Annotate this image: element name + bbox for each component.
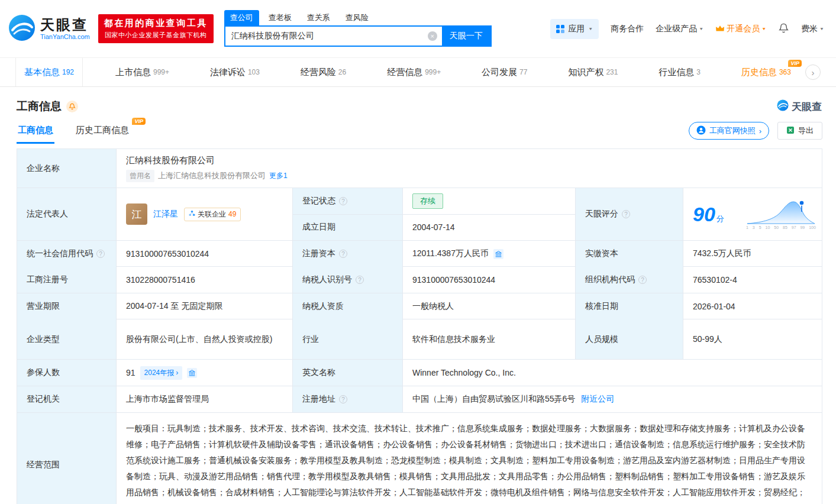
menu-enterprise-products[interactable]: 企业级产品 ▼ [656,24,703,34]
tab-intellectual-property[interactable]: 知识产权 231 [560,58,626,86]
capital-trend-icon[interactable] [493,249,503,259]
tab-label: 上市信息 [115,67,151,78]
info-row-business-term: 营业期限 2004-07-14 至 无固定期限 纳税人资质 一般纳税人 核准日期… [17,293,822,319]
tab-label: 历史信息 [741,67,777,78]
tab-operation-info[interactable]: 经营信息 999+ [379,58,449,86]
subtab-label: 历史工商信息 [76,125,129,135]
legal-rep-avatar[interactable]: 江 [126,203,147,225]
watermark-logo: 天眼查 [777,99,822,114]
tab-label: 公司发展 [482,67,517,78]
tab-count: 999+ [425,68,441,76]
paid-capital-value: 7432.5万人民币 [683,241,822,267]
arrow-right-icon: › [176,369,178,377]
related-companies-icon [189,210,195,218]
score-chart: 1351050859799100 [746,199,816,230]
help-icon[interactable]: ? [339,250,347,258]
org-code-label: 组织机构代码 ? [576,267,683,293]
company-type-value: 股份有限公司(上市、自然人投资或控股) [117,319,293,359]
help-icon[interactable]: ? [339,395,347,403]
tab-legal-litigation[interactable]: 法律诉讼 103 [202,58,268,86]
help-icon[interactable]: ? [96,250,105,258]
business-scope-value: 一般项目：玩具制造；技术服务、技术开发、技术咨询、技术交流、技术转让、技术推广；… [117,413,822,504]
monitor-bell-icon[interactable] [66,101,78,112]
establish-date-label: 成立日期 [293,215,403,241]
more-former-names-link[interactable]: 更多1 [269,171,288,181]
org-code-value: 76530102-4 [683,267,822,293]
search-input[interactable] [225,27,442,46]
official-snapshot-button[interactable]: 工商官网快照 › [689,122,769,140]
insured-trend-icon[interactable] [187,368,197,378]
user-menu[interactable]: 费米 ▼ [801,24,824,34]
business-term-label: 营业期限 [17,293,117,319]
tab-basic-info[interactable]: 基本信息 192 [15,58,83,86]
export-excel-icon [786,126,795,136]
company-name-value: 汇纳科技股份有限公司 曾用名 上海汇纳信息科技股份有限公司 更多1 [117,149,822,188]
business-info-table: 企业名称 汇纳科技股份有限公司 曾用名 上海汇纳信息科技股份有限公司 更多1 法… [17,148,822,504]
annual-report-badge[interactable]: 2024年报 › [140,366,183,380]
score-label: 天眼评分 ? [576,188,683,240]
search-box: × 天眼一下 [224,25,492,47]
top-bar: 天眼查 TianYanCha.com 都在用的商业查询工具 国家中小企业发展子基… [0,0,836,57]
info-row-reg-number: 工商注册号 310228000751416 纳税人识别号 ? 913100007… [17,267,822,293]
search-button[interactable]: 天眼一下 [442,27,490,46]
search-tab-company[interactable]: 查公司 [224,10,259,25]
search-tab-relation[interactable]: 查关系 [301,10,336,25]
menu-open-vip[interactable]: 开通会员 ▼ [715,24,766,34]
tab-label: 行业信息 [659,67,694,78]
promo-banner: 都在用的商业查询工具 国家中小企业发展子基金旗下机构 [98,14,214,43]
export-button[interactable]: 导出 [777,122,822,140]
english-name-label: 英文名称 [293,360,403,386]
tab-operation-risk[interactable]: 经营风险 26 [292,58,354,86]
score-unit: 分 [716,214,724,223]
tab-company-development[interactable]: 公司发展 77 [473,58,535,86]
menu-business-cooperation[interactable]: 商务合作 [611,24,644,34]
status-badge: 存续 [412,193,443,209]
tab-listing-info[interactable]: 上市信息 999+ [107,58,177,86]
username-label: 费米 [801,24,818,34]
related-companies-badge[interactable]: 关联企业 49 [184,208,241,221]
promo-line2: 国家中小企业发展子基金旗下机构 [104,31,208,40]
section-title: 工商信息 [17,99,62,114]
tab-count: 363 [779,68,791,76]
subtab-business-info[interactable]: 工商信息 [17,119,54,144]
legal-rep-name-link[interactable]: 江泽星 [153,209,178,219]
info-row-insured: 参保人数 91 2024年报 › 英文名称 Winner Technology … [17,360,822,386]
tianyancha-logo[interactable]: 天眼查 TianYanCha.com [8,14,90,43]
apps-button[interactable]: 应用 ▼ [550,19,599,39]
nearby-companies-link[interactable]: 附近公司 [581,394,614,405]
nav-scroll-right-icon[interactable]: › [805,64,821,80]
info-row-business-scope: 经营范围 一般项目：玩具制造；技术服务、技术开发、技术咨询、技术交流、技术转让、… [17,413,822,504]
score-number: 90 [693,203,715,225]
info-row-registry: 登记机关 上海市市场监督管理局 注册地址 ? 中国（上海）自由贸易试验区川和路5… [17,386,822,413]
reg-status-label: 登记状态 ? [293,188,403,214]
subtab-history-business-info[interactable]: 历史工商信息 VIP [75,119,130,144]
related-companies-label: 关联企业 [198,209,226,219]
tab-count: 26 [338,68,346,76]
search-tab-boss[interactable]: 查老板 [263,10,298,25]
help-icon[interactable]: ? [638,276,647,284]
credit-code-label: 统一社会信用代码 ? [17,241,117,267]
apps-grid-icon [556,25,564,33]
header-actions: 应用 ▼ 商务合作 企业级产品 ▼ 开通会员 ▼ [550,19,824,39]
help-icon[interactable]: ? [622,210,630,218]
open-vip-label: 开通会员 [727,24,760,34]
caret-down-icon: ▼ [699,27,703,31]
notification-bell-icon[interactable] [778,22,789,35]
vip-badge: VIP [132,118,146,125]
logo-subtitle: TianYanCha.com [40,33,90,40]
legal-rep-label: 法定代表人 [17,188,117,240]
watermark-text: 天眼查 [792,100,822,114]
tab-history-info[interactable]: VIP 历史信息 363 [733,58,799,86]
help-icon[interactable]: ? [356,276,364,284]
search-clear-icon[interactable]: × [428,31,437,41]
staff-size-label: 人员规模 [576,319,683,359]
tab-count: 3 [696,68,701,76]
search-tab-risk[interactable]: 查风险 [340,10,375,25]
business-scope-label: 经营范围 [17,413,117,504]
crown-icon [715,24,725,34]
tab-industry-info[interactable]: 行业信息 3 [650,58,709,86]
help-icon[interactable]: ? [339,197,347,205]
tianyancha-company-page: 天眼查 TianYanCha.com 都在用的商业查询工具 国家中小企业发展子基… [0,0,836,504]
export-label: 导出 [798,125,814,136]
apps-label: 应用 [568,24,585,34]
